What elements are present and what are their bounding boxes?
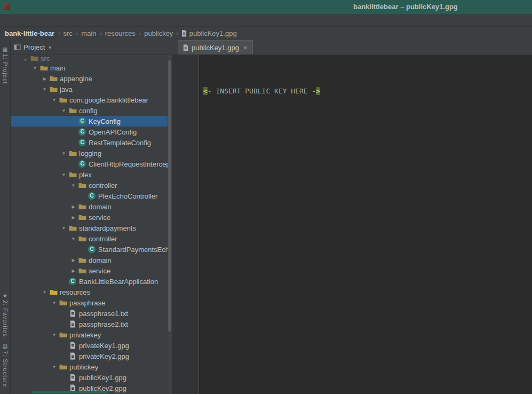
app-window-icon[interactable]: [3, 3, 10, 10]
package-icon: C: [77, 266, 87, 275]
tree-item[interactable]: C service: [11, 265, 172, 276]
editor-tab[interactable]: publicKey1.gpg ×: [178, 40, 253, 54]
tree-item[interactable]: C publicKey1.gpg: [11, 372, 172, 383]
expand-toggle-icon[interactable]: [69, 237, 77, 241]
breadcrumb-segment[interactable]: publicKey1.gpg ›: [181, 28, 237, 38]
expand-toggle-icon[interactable]: [50, 365, 58, 369]
expand-toggle-icon[interactable]: [41, 76, 49, 81]
menu-item[interactable]: [68, 19, 78, 22]
tree-item[interactable]: C OpenAPIConfig: [11, 127, 172, 137]
tree-item[interactable]: C controller: [11, 233, 172, 244]
tree-item-label: controller: [87, 182, 117, 190]
tree-item-label: BankLittleBearApplication: [77, 278, 158, 286]
expand-toggle-icon[interactable]: [31, 66, 39, 70]
tree-item[interactable]: C passphrase1.txt: [11, 308, 172, 319]
expand-toggle-icon[interactable]: [21, 58, 29, 62]
expand-toggle-icon[interactable]: [50, 98, 58, 103]
expand-toggle-icon[interactable]: [60, 172, 68, 177]
tree-item[interactable]: C StandardPaymentsEch: [11, 244, 172, 255]
tree-item[interactable]: C logging: [11, 148, 172, 159]
tree-item[interactable]: C resources: [11, 287, 172, 297]
menu-item[interactable]: [97, 19, 107, 22]
tree-item[interactable]: C RestTemplateConfig: [11, 137, 172, 148]
class-icon: C: [87, 245, 97, 254]
project-tool-button[interactable]: ▦ 1: Project: [2, 46, 9, 84]
expand-toggle-icon[interactable]: [60, 108, 68, 113]
tree-item[interactable]: C passphrase2.txt: [11, 319, 172, 329]
tree-item-label: service: [87, 267, 110, 275]
project-panel: Project ▾ C src: [11, 40, 172, 394]
expand-toggle-icon[interactable]: [50, 301, 58, 305]
expand-toggle-icon[interactable]: [69, 183, 77, 188]
menu-item[interactable]: [11, 19, 20, 22]
breadcrumb-item-label: publickey: [144, 28, 173, 38]
editor-content[interactable]: <- INSERT PUBLIC KEY HERE ->: [172, 55, 532, 394]
close-icon[interactable]: ×: [243, 44, 248, 52]
tree-item[interactable]: C main: [11, 62, 172, 73]
tree-item[interactable]: C privateKey2.gpg: [11, 351, 172, 361]
breadcrumb-segment[interactable]: main ›: [81, 28, 105, 38]
menu-item[interactable]: [30, 19, 39, 22]
menu-item[interactable]: [107, 19, 116, 22]
breadcrumb-segment[interactable]: src ›: [63, 28, 81, 38]
chevron-right-icon: ›: [99, 29, 101, 37]
expand-toggle-icon[interactable]: [41, 290, 49, 295]
menu-item[interactable]: [59, 19, 68, 22]
tree-item[interactable]: C domain: [11, 255, 172, 265]
menu-item[interactable]: [88, 19, 97, 22]
tree-item[interactable]: C BankLittleBearApplication: [11, 276, 172, 287]
favorites-tool-button[interactable]: ★ 2: Favorites: [2, 293, 9, 337]
menu-item[interactable]: [39, 19, 49, 22]
expand-toggle-icon[interactable]: [69, 204, 77, 209]
tree-item[interactable]: C appengine: [11, 73, 172, 84]
menu-item[interactable]: [126, 19, 136, 22]
tree-item[interactable]: C src: [11, 55, 172, 62]
tree-item[interactable]: C PlexEchoController: [11, 191, 172, 201]
tree-item[interactable]: C java: [11, 84, 172, 94]
tree-item[interactable]: C config: [11, 105, 172, 116]
menu-item[interactable]: [20, 19, 30, 22]
expand-toggle-icon[interactable]: [69, 215, 77, 220]
menu-item[interactable]: [116, 19, 126, 22]
tree-item[interactable]: C plex: [11, 169, 172, 180]
breadcrumb-item-label: publicKey1.gpg: [189, 28, 237, 38]
tree-item[interactable]: C KeyConfig: [11, 116, 172, 127]
tree-item[interactable]: C com.google.banklittlebear: [11, 94, 172, 105]
tree-item[interactable]: C controller: [11, 180, 172, 191]
expand-toggle-icon[interactable]: [60, 226, 68, 231]
window-title: banklittlebear – publicKey1.gpg: [353, 3, 458, 11]
breadcrumb-segment[interactable]: resources ›: [105, 28, 144, 38]
tree-item[interactable]: C privateKey1.gpg: [11, 340, 172, 351]
project-pane-icon: [14, 44, 21, 51]
tree-item[interactable]: C standardpayments: [11, 223, 172, 233]
tool-stripe-top: ▦ 1: Project: [2, 43, 9, 87]
project-tree: C src C main C: [11, 55, 172, 394]
breadcrumb-segment[interactable]: bank-little-bear ›: [4, 28, 63, 38]
tree-item[interactable]: C privatekey: [11, 329, 172, 340]
vertical-scrollbar[interactable]: [168, 55, 172, 394]
vertical-scrollbar-thumb[interactable]: [168, 60, 171, 332]
menu-item[interactable]: [1, 19, 11, 22]
horizontal-scrollbar-thumb[interactable]: [32, 391, 108, 393]
tree-item[interactable]: C publickey: [11, 361, 172, 372]
menu-item[interactable]: [78, 19, 88, 22]
expand-toggle-icon[interactable]: [41, 87, 49, 92]
tree-item[interactable]: C passphrase: [11, 297, 172, 308]
expand-toggle-icon[interactable]: [69, 258, 77, 263]
tree-item[interactable]: C service: [11, 212, 172, 223]
menu-item[interactable]: [49, 19, 59, 22]
tree-item-label: appengine: [58, 75, 92, 83]
expand-toggle-icon[interactable]: [69, 269, 77, 273]
breadcrumb-segment[interactable]: publickey ›: [144, 28, 181, 38]
expand-toggle-icon[interactable]: [60, 151, 68, 156]
structure-tool-button[interactable]: ▤ 7: Structure: [2, 343, 9, 388]
chevron-down-icon: ▾: [49, 45, 51, 50]
package-icon: C: [77, 256, 87, 264]
expand-toggle-icon[interactable]: [50, 333, 58, 337]
workspace: ▦ 1: Project ★ 2: Favorites ▤ 7: Structu…: [0, 40, 532, 394]
code-view[interactable]: <- INSERT PUBLIC KEY HERE ->: [199, 55, 532, 394]
tree-item[interactable]: C ClientHttpRequestIntercep: [11, 159, 172, 169]
project-view-selector[interactable]: Project ▾: [14, 43, 51, 51]
folder-icon: C: [29, 55, 39, 62]
tree-item[interactable]: C domain: [11, 201, 172, 212]
